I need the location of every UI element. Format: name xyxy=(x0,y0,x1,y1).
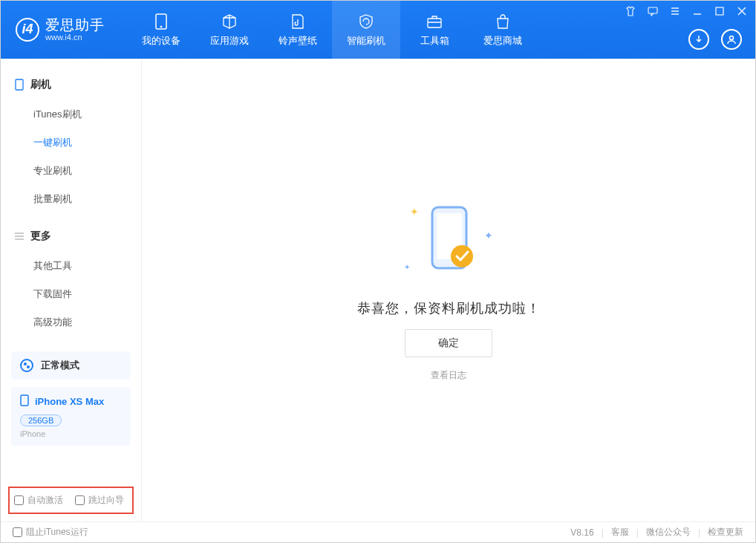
svg-rect-4 xyxy=(716,7,723,15)
refresh-shield-icon xyxy=(356,12,376,31)
window-controls xyxy=(625,5,748,17)
device-type: iPhone xyxy=(20,429,122,438)
check-update-link[interactable]: 检查更新 xyxy=(708,526,743,539)
device-mode-label: 正常模式 xyxy=(41,359,79,372)
nav-label: 爱思商城 xyxy=(483,34,522,48)
nav-label: 智能刷机 xyxy=(347,34,385,48)
svg-rect-6 xyxy=(16,79,23,90)
version-label: V8.16 xyxy=(570,527,593,538)
sidebar-item-other-tools[interactable]: 其他工具 xyxy=(1,252,141,280)
nav-label: 我的设备 xyxy=(142,34,180,48)
sidebar-item-batch-flash[interactable]: 批量刷机 xyxy=(1,185,141,213)
music-file-icon xyxy=(288,12,307,31)
sidebar-item-advanced[interactable]: 高级功能 xyxy=(1,308,141,336)
app-header: i4 爱思助手 www.i4.cn 我的设备 应用游戏 铃声壁纸 智能刷机 工具… xyxy=(1,1,755,59)
svg-rect-9 xyxy=(21,395,28,406)
svg-rect-3 xyxy=(648,7,657,13)
nav-my-device[interactable]: 我的设备 xyxy=(127,1,195,59)
svg-point-12 xyxy=(451,245,473,267)
confirm-button[interactable]: 确定 xyxy=(405,329,492,357)
main-content: ✦ ✦ ✦ 恭喜您，保资料刷机成功啦！ 确定 查看日志 xyxy=(142,59,755,521)
highlighted-checkbox-area: 自动激活 跳过向导 xyxy=(8,487,134,514)
checkbox-skip-guide[interactable]: 跳过向导 xyxy=(75,494,124,507)
sidebar: 刷机 iTunes刷机 一键刷机 专业刷机 批量刷机 更多 其他工具 下载固件 … xyxy=(1,59,142,521)
bag-icon xyxy=(493,12,512,31)
svg-point-7 xyxy=(24,362,27,365)
sidebar-section-flash: 刷机 xyxy=(1,72,141,97)
maximize-icon[interactable] xyxy=(714,5,726,17)
status-bar: 阻止iTunes运行 V8.16 | 客服 | 微信公众号 | 检查更新 xyxy=(1,521,755,542)
nav-label: 工具箱 xyxy=(420,34,449,48)
phone-icon xyxy=(151,12,171,31)
phone-outline-icon xyxy=(20,394,29,409)
mode-icon xyxy=(20,359,33,372)
sidebar-item-itunes-flash[interactable]: iTunes刷机 xyxy=(1,100,141,129)
support-link[interactable]: 客服 xyxy=(611,526,629,539)
cube-icon xyxy=(220,12,239,31)
device-mode-card[interactable]: 正常模式 xyxy=(11,351,131,380)
sidebar-item-download-firmware[interactable]: 下载固件 xyxy=(1,280,141,308)
shirt-icon[interactable] xyxy=(625,5,636,17)
section-title: 刷机 xyxy=(30,78,51,91)
app-url: www.i4.cn xyxy=(45,33,105,42)
checkbox-block-itunes[interactable]: 阻止iTunes运行 xyxy=(13,526,88,539)
close-icon[interactable] xyxy=(736,5,748,17)
nav-store[interactable]: 爱思商城 xyxy=(469,1,537,59)
checkbox-auto-activate[interactable]: 自动激活 xyxy=(14,494,63,507)
toolbox-icon xyxy=(425,12,444,31)
sidebar-section-more: 更多 xyxy=(1,224,141,249)
nav-ringtones[interactable]: 铃声壁纸 xyxy=(264,1,332,59)
device-card[interactable]: iPhone XS Max 256GB iPhone xyxy=(11,387,131,446)
wechat-link[interactable]: 微信公众号 xyxy=(646,526,691,539)
feedback-icon[interactable] xyxy=(647,5,659,17)
download-button[interactable] xyxy=(688,29,709,50)
sparkle-icon: ✦ xyxy=(410,206,419,218)
sidebar-item-oneclick-flash[interactable]: 一键刷机 xyxy=(1,129,141,157)
device-capacity: 256GB xyxy=(20,414,62,426)
minimize-icon[interactable] xyxy=(691,5,703,17)
device-name: iPhone XS Max xyxy=(35,396,104,407)
sparkle-icon: ✦ xyxy=(404,263,410,271)
menu-icon[interactable] xyxy=(669,5,681,17)
section-title: 更多 xyxy=(30,230,51,243)
app-name: 爱思助手 xyxy=(45,18,105,33)
header-actions xyxy=(688,29,742,50)
user-button[interactable] xyxy=(721,29,742,50)
nav-bar: 我的设备 应用游戏 铃声壁纸 智能刷机 工具箱 爱思商城 xyxy=(127,1,537,59)
nav-toolbox[interactable]: 工具箱 xyxy=(400,1,469,59)
nav-label: 应用游戏 xyxy=(210,34,249,48)
svg-point-8 xyxy=(27,365,30,368)
svg-point-5 xyxy=(730,36,734,40)
nav-flash[interactable]: 智能刷机 xyxy=(332,1,400,59)
sparkle-icon: ✦ xyxy=(484,230,493,241)
svg-rect-2 xyxy=(428,19,441,27)
logo: i4 爱思助手 www.i4.cn xyxy=(16,18,105,42)
success-message: 恭喜您，保资料刷机成功啦！ xyxy=(357,299,541,317)
sidebar-item-pro-flash[interactable]: 专业刷机 xyxy=(1,157,141,185)
svg-point-1 xyxy=(160,26,162,27)
list-icon xyxy=(14,231,25,241)
view-log-link[interactable]: 查看日志 xyxy=(431,369,466,382)
nav-label: 铃声壁纸 xyxy=(278,34,317,48)
phone-small-icon xyxy=(14,79,25,90)
nav-apps[interactable]: 应用游戏 xyxy=(195,1,264,59)
success-illustration: ✦ ✦ ✦ xyxy=(404,198,493,287)
logo-icon: i4 xyxy=(16,18,39,42)
